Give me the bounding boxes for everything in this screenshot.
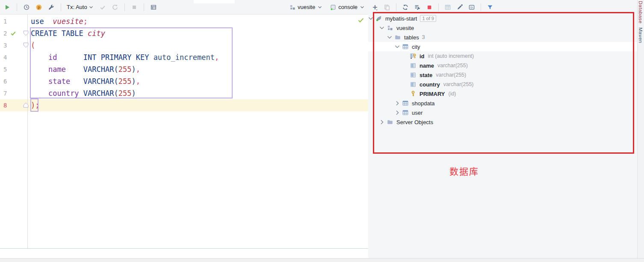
tree-row-mybatis-start[interactable]: mybatis-start1 of 9 xyxy=(368,14,637,23)
tree-row-primary[interactable]: PRIMARY(id) xyxy=(368,89,637,98)
schema-selector-label: vuesite xyxy=(298,4,315,10)
sql-editor[interactable]: 12345678 use vuesite;CREATE TABLE city( … xyxy=(0,15,369,249)
edit-source-icon xyxy=(456,4,463,11)
fold-marker-down-icon[interactable] xyxy=(23,30,29,36)
refresh-icon xyxy=(402,4,409,11)
svg-text:QL: QL xyxy=(470,6,474,9)
tool-window-button-database[interactable]: Database xyxy=(638,1,643,24)
inspection-ok-icon[interactable] xyxy=(357,17,364,24)
maven-stripe-label: Maven xyxy=(638,27,643,43)
add-datasource-icon[interactable] xyxy=(370,3,380,12)
tree-detail: (id) xyxy=(448,91,456,97)
chevron-right-icon[interactable] xyxy=(378,119,385,125)
tree-detail: int (auto increment) xyxy=(428,53,474,59)
tree-label: Server Objects xyxy=(396,119,433,125)
wrench-icon[interactable] xyxy=(47,3,56,12)
code-line[interactable]: CREATE TABLE city xyxy=(31,27,219,39)
tree-row-name[interactable]: namevarchar(255) xyxy=(368,61,637,70)
ide-window: pTx: Auto vuesiteconsole QL 12345678 use… xyxy=(0,0,644,262)
code-line[interactable]: id INT PRIMARY KEY auto_increment, xyxy=(31,51,219,63)
annotation-text: 数据库 xyxy=(449,164,479,177)
tree-row-id[interactable]: idint (auto increment) xyxy=(368,51,637,61)
database-tool-window: mybatis-start1 of 9vuesitetables3cityidi… xyxy=(368,14,637,258)
tree-label: name xyxy=(419,63,434,69)
code-token xyxy=(70,77,83,86)
history-clock-icon[interactable] xyxy=(22,3,31,12)
duplicate-icon xyxy=(384,4,390,11)
code-token: ( xyxy=(31,41,35,50)
chevron-down-icon[interactable] xyxy=(386,34,393,41)
tree-row-vuesite[interactable]: vuesite xyxy=(368,23,637,33)
mysql-icon xyxy=(375,15,383,22)
tree-detail: varchar(255) xyxy=(437,63,468,68)
fold-marker-up-icon[interactable] xyxy=(23,102,29,108)
column-icon xyxy=(409,62,417,69)
table-icon xyxy=(402,109,409,116)
tree-label: PRIMARY xyxy=(419,91,445,97)
wrench-icon xyxy=(48,4,55,11)
schema-icon xyxy=(289,4,296,11)
tree-row-city[interactable]: city xyxy=(368,42,637,51)
code-token xyxy=(31,89,48,98)
editor-target-selectors: vuesiteconsole xyxy=(289,0,365,14)
chevron-right-icon[interactable] xyxy=(394,109,401,116)
line-number: 1 xyxy=(0,15,27,27)
code-line[interactable]: ); xyxy=(31,99,219,111)
tool-window-button-maven[interactable]: m Maven xyxy=(638,27,644,43)
code-token: ) xyxy=(131,65,136,74)
tree-row-tables[interactable]: tables3 xyxy=(368,33,637,42)
tree-row-server-objects[interactable]: Server Objects xyxy=(368,117,637,127)
code-token xyxy=(31,77,48,86)
tx-mode-dropdown[interactable]: Tx: Auto xyxy=(66,4,95,10)
database-stripe-label: Database xyxy=(638,1,643,24)
code-token: VARCHAR xyxy=(83,65,114,74)
chevron-down-icon[interactable] xyxy=(378,24,385,31)
code-line[interactable]: ( xyxy=(31,39,219,51)
chevron-down-icon[interactable] xyxy=(394,43,401,50)
add-datasource-icon xyxy=(372,4,378,11)
disconnect-icon[interactable] xyxy=(425,3,434,12)
schema-selector[interactable]: vuesite xyxy=(289,4,323,11)
run-toolbar: pTx: Auto xyxy=(3,0,158,14)
console-selector[interactable]: console xyxy=(330,4,365,11)
code-line[interactable]: name VARCHAR(255), xyxy=(31,63,219,75)
datasource-properties-icon[interactable] xyxy=(413,3,422,12)
chevron-right-icon[interactable] xyxy=(394,100,401,107)
toolbar-divider xyxy=(124,3,125,11)
tree-row-state[interactable]: statevarchar(255) xyxy=(368,70,637,80)
tree-row-country[interactable]: countryvarchar(255) xyxy=(368,80,637,89)
tree-row-shopdata[interactable]: shopdata xyxy=(368,98,637,108)
edit-source-icon[interactable] xyxy=(455,3,464,12)
column-icon xyxy=(409,71,417,78)
code-token: , xyxy=(136,77,140,86)
commit-check-icon xyxy=(98,3,107,12)
filter-icon xyxy=(487,4,493,11)
jump-to-console-icon[interactable]: QL xyxy=(467,3,476,12)
disconnect-icon xyxy=(426,4,433,11)
code-token: id xyxy=(48,53,57,62)
code-token: country xyxy=(48,89,79,98)
tree-label: state xyxy=(419,72,432,78)
refresh-icon[interactable] xyxy=(401,3,410,12)
profiler-p-icon: p xyxy=(35,4,42,11)
svg-text:p: p xyxy=(38,5,40,9)
execution-result-icon[interactable] xyxy=(149,3,158,12)
code-line[interactable]: use vuesite; xyxy=(31,15,219,27)
line-number: 5 xyxy=(0,63,27,75)
code-token: ) xyxy=(31,101,35,110)
dropdown-chevron-icon xyxy=(359,4,365,10)
run-icon[interactable] xyxy=(3,3,12,12)
code-area[interactable]: use vuesite;CREATE TABLE city( id INT PR… xyxy=(31,15,219,111)
tree-row-user[interactable]: user xyxy=(368,108,637,117)
filter-icon[interactable] xyxy=(485,3,495,12)
fold-marker-down-icon[interactable] xyxy=(23,42,29,48)
column-icon xyxy=(409,81,417,88)
code-token: state xyxy=(48,77,70,86)
code-token: name xyxy=(48,65,66,74)
tree-label: shopdata xyxy=(412,100,435,107)
code-line[interactable]: country VARCHAR(255) xyxy=(31,87,219,99)
chevron-down-icon[interactable] xyxy=(368,15,374,22)
code-line[interactable]: state VARCHAR(255), xyxy=(31,75,219,87)
profiler-p-icon[interactable]: p xyxy=(34,3,44,12)
code-token: city xyxy=(88,29,105,38)
